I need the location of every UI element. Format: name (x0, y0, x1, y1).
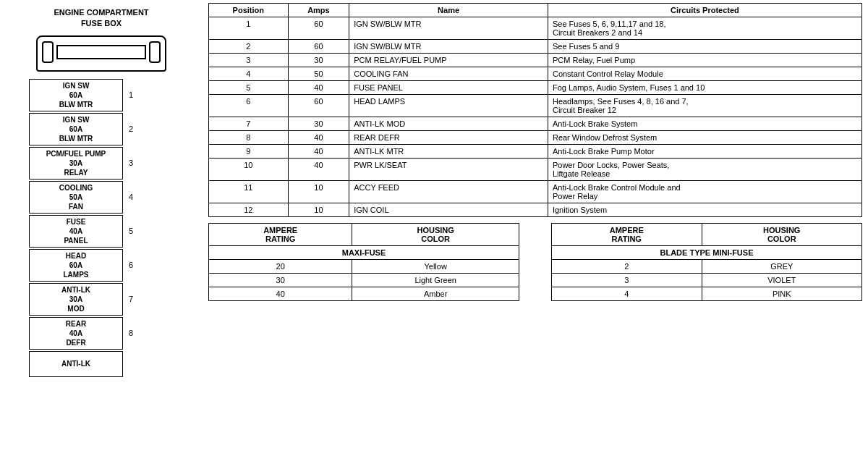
fuse-label-6: HEAD60ALAMPS (29, 249, 123, 282)
fuse-number-1: 1 (129, 90, 140, 99)
cell-circuits: Headlamps, See Fuses 4, 8, 16 and 7,Circ… (548, 95, 861, 117)
fuse-item-2: IGN SW60ABLW MTR 2 (29, 113, 174, 145)
fuse-item-6: HEAD60ALAMPS 6 (29, 249, 174, 282)
blade-amps-4: 4 (552, 287, 702, 301)
col-header-position: Position (209, 4, 289, 17)
maxi-fuse-row-20: 20 Yellow (209, 260, 519, 274)
maxi-color-20: Yellow (352, 260, 519, 274)
col-header-name: Name (349, 4, 548, 17)
maxi-amps-30: 30 (209, 274, 352, 287)
cell-amps: 60 (288, 17, 349, 40)
cell-name: ANTI-LK MOD (349, 117, 548, 131)
fuse-tab-left (42, 41, 54, 63)
cell-circuits: Anti-Lock Brake Control Module andPower … (548, 181, 861, 203)
maxi-fuse-row-40: 40 Amber (209, 287, 519, 301)
cell-pos: 11 (209, 181, 289, 203)
fuse-label-2: IGN SW60ABLW MTR (29, 113, 123, 145)
cell-pos: 7 (209, 117, 289, 131)
cell-circuits: PCM Relay, Fuel Pump (548, 54, 861, 67)
table-row: 7 30 ANTI-LK MOD Anti-Lock Brake System (209, 117, 862, 131)
cell-name: FUSE PANEL (349, 81, 548, 95)
fuse-number-6: 6 (129, 261, 140, 269)
fuse-box-title: ENGINE COMPARTMENTFUSE BOX (54, 7, 148, 30)
cell-amps: 50 (288, 67, 349, 81)
cell-amps: 10 (288, 181, 349, 203)
cell-name: REAR DEFR (349, 131, 548, 145)
table-row: 8 40 REAR DEFR Rear Window Defrost Syste… (209, 131, 862, 145)
blade-fuse-row-3: 3 VIOLET (552, 274, 862, 287)
maxi-fuse-table: AMPERERATING HOUSINGCOLOR MAXI-FUSE 20 Y… (208, 223, 519, 301)
fuse-item-7: ANTI-LK30AMOD 7 (29, 283, 174, 316)
table-row: 5 40 FUSE PANEL Fog Lamps, Audio System,… (209, 81, 862, 95)
cell-name: ACCY FEED (349, 181, 548, 203)
cell-name: HEAD LAMPS (349, 95, 548, 117)
table-row: 12 10 IGN COIL Ignition System (209, 203, 862, 217)
blade-color-3: VIOLET (702, 274, 861, 287)
fuse-box-graphic (36, 35, 166, 72)
fuse-label-8: REAR40ADEFR (29, 317, 123, 350)
cell-pos: 4 (209, 67, 289, 81)
col-header-circuits: Circuits Protected (548, 4, 861, 17)
cell-pos: 3 (209, 54, 289, 67)
table-row: 10 40 PWR LK/SEAT Power Door Locks, Powe… (209, 159, 862, 181)
cell-name: COOLING FAN (349, 67, 548, 81)
cell-amps: 30 (288, 54, 349, 67)
maxi-color-40: Amber (352, 287, 519, 301)
fuse-item-9: ANTI-LK (29, 351, 174, 377)
blade-mini-fuse-table: AMPERERATING HOUSINGCOLOR BLADE TYPE MIN… (551, 223, 862, 301)
fuse-label-1: IGN SW60ABLW MTR (29, 79, 123, 111)
fuse-items-list: IGN SW60ABLW MTR 1 IGN SW60ABLW MTR 2 PC… (29, 79, 174, 379)
cell-pos: 12 (209, 203, 289, 217)
cell-amps: 60 (288, 40, 349, 54)
cell-circuits: Rear Window Defrost System (548, 131, 861, 145)
cell-pos: 10 (209, 159, 289, 181)
cell-amps: 40 (288, 81, 349, 95)
maxi-color-30: Light Green (352, 274, 519, 287)
cell-name: PWR LK/SEAT (349, 159, 548, 181)
cell-amps: 40 (288, 159, 349, 181)
blade-color-2: GREY (702, 260, 861, 274)
cell-amps: 30 (288, 117, 349, 131)
fuse-item-4: COOLING50AFAN 4 (29, 181, 174, 214)
spacer (528, 223, 542, 301)
cell-name: PCM RELAY/FUEL PUMP (349, 54, 548, 67)
fuse-number-4: 4 (129, 193, 140, 201)
cell-circuits: See Fuses 5 and 9 (548, 40, 861, 54)
cell-pos: 9 (209, 145, 289, 159)
bottom-tables: AMPERERATING HOUSINGCOLOR MAXI-FUSE 20 Y… (208, 223, 862, 301)
fuse-number-5: 5 (129, 227, 140, 235)
maxi-amps-20: 20 (209, 260, 352, 274)
cell-circuits: Fog Lamps, Audio System, Fuses 1 and 10 (548, 81, 861, 95)
cell-pos: 1 (209, 17, 289, 40)
cell-pos: 2 (209, 40, 289, 54)
fuse-item-8: REAR40ADEFR 8 (29, 317, 174, 350)
cell-name: ANTI-LK MTR (349, 145, 548, 159)
fuse-item-3: PCM/FUEL PUMP30ARELAY 3 (29, 147, 174, 180)
fuse-number-7: 7 (129, 295, 140, 303)
right-panel: Position Amps Name Circuits Protected 1 … (203, 0, 868, 456)
left-panel: ENGINE COMPARTMENTFUSE BOX IGN SW60ABLW … (0, 0, 203, 456)
table-row: 9 40 ANTI-LK MTR Anti-Lock Brake Pump Mo… (209, 145, 862, 159)
table-row: 1 60 IGN SW/BLW MTR See Fuses 5, 6, 9,11… (209, 17, 862, 40)
fuse-label-4: COOLING50AFAN (29, 181, 123, 214)
fuse-number-3: 3 (129, 159, 140, 167)
cell-circuits: Power Door Locks, Power Seats,Liftgate R… (548, 159, 861, 181)
cell-circuits: See Fuses 5, 6, 9,11,17 and 18,Circuit B… (548, 17, 861, 40)
fuse-number-8: 8 (129, 329, 140, 337)
cell-circuits: Anti-Lock Brake System (548, 117, 861, 131)
fuse-tab-right (149, 41, 161, 63)
blade-amps-3: 3 (552, 274, 702, 287)
cell-name: IGN SW/BLW MTR (349, 17, 548, 40)
cell-amps: 10 (288, 203, 349, 217)
maxi-fuse-row-30: 30 Light Green (209, 274, 519, 287)
fuse-item-5: FUSE40APANEL 5 (29, 215, 174, 248)
table-row: 3 30 PCM RELAY/FUEL PUMP PCM Relay, Fuel… (209, 54, 862, 67)
cell-circuits: Ignition System (548, 203, 861, 217)
col-header-amps: Amps (288, 4, 349, 17)
blade-fuse-row-2: 2 GREY (552, 260, 862, 274)
cell-pos: 5 (209, 81, 289, 95)
maxi-amps-40: 40 (209, 287, 352, 301)
fuse-label-5: FUSE40APANEL (29, 215, 123, 248)
blade-mini-fuse-section-header: BLADE TYPE MINI-FUSE (552, 246, 862, 260)
cell-name: IGN COIL (349, 203, 548, 217)
